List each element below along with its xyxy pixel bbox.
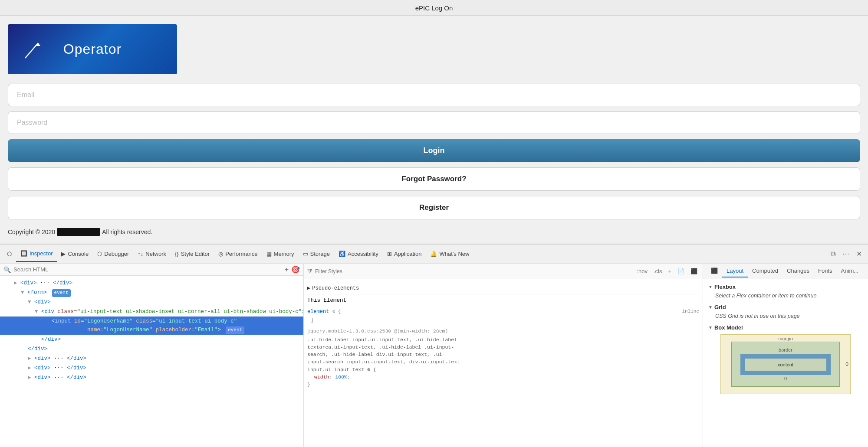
filter-icon: ⧩ xyxy=(307,268,312,275)
html-code-line: ▶ <div> ··· </div> xyxy=(0,354,303,363)
devtools-undock-button[interactable]: ⧉ xyxy=(827,248,839,260)
copyright-text: Copyright © 2020 All rights reserved. xyxy=(8,225,860,239)
devtools-tool-application[interactable]: ⊞ Application xyxy=(383,246,426,262)
devtools-tool-accessibility[interactable]: ♿ Accessibility xyxy=(334,246,383,262)
pseudo-arrow-icon: ▶ xyxy=(307,284,310,293)
devtools-tool-memory[interactable]: ▦ Memory xyxy=(262,246,299,262)
style-editor-icon: {} xyxy=(175,251,179,257)
box-model-border-value: 0 xyxy=(740,376,831,381)
element-rule: element ⚙ { inline xyxy=(307,307,699,316)
flexbox-section: ▼ Flexbox Select a Flex container or ite… xyxy=(708,284,863,299)
html-code-line: </div> xyxy=(0,344,303,354)
tab-animations[interactable]: Anim... xyxy=(837,265,863,277)
tab-computed[interactable]: Computed xyxy=(748,265,783,277)
html-search-input[interactable] xyxy=(13,266,282,273)
page-content: Operator Login Forgot Password? Register… xyxy=(0,16,868,244)
devtools-toolbar: ⬡ 🔲 Inspector ▶ Console ⬡ Debugger ↑↓ Ne… xyxy=(0,245,868,264)
css-source-reference: jquery.mobile-1.3.0.css:2530 @(min-width… xyxy=(307,327,699,388)
debugger-icon: ⬡ xyxy=(97,251,102,257)
devtools-tool-whats-new[interactable]: 🔔 What's New xyxy=(426,246,473,262)
console-icon: ▶ xyxy=(61,251,66,257)
html-search-bar: 🔍 + 🎯 xyxy=(0,264,303,276)
layout-box-icon: ⬛ xyxy=(711,268,718,274)
box-model-padding: content xyxy=(740,354,831,375)
devtools-body: 🔍 + 🎯 ▶ <div> ··· </div> ▼ <form> event … xyxy=(0,264,868,447)
html-panel: 🔍 + 🎯 ▶ <div> ··· </div> ▼ <form> event … xyxy=(0,264,304,447)
css-panel: ⧩ :hov .cls + 📄 ⬛ ▶ Pseudo-elements This… xyxy=(304,264,703,447)
css-hov-button[interactable]: :hov xyxy=(635,267,649,275)
box-model-content: content xyxy=(745,359,826,371)
pseudo-elements-toggle[interactable]: ▶ Pseudo-elements xyxy=(307,283,699,294)
performance-icon: ◎ xyxy=(218,251,223,257)
picker-icon: ⬡ xyxy=(7,251,12,257)
devtools-tool-debugger[interactable]: ⬡ Debugger xyxy=(93,246,133,262)
html-code-line: ▶ <div> ··· </div> xyxy=(0,278,303,288)
devtools-tool-style-editor[interactable]: {} Style Editor xyxy=(171,246,214,262)
tab-layout-icon[interactable]: ⬛ xyxy=(707,265,722,277)
flexbox-section-title[interactable]: ▼ Flexbox xyxy=(708,284,863,290)
devtools-close-button[interactable]: ✕ xyxy=(853,248,865,260)
devtools-tool-network[interactable]: ↑↓ Network xyxy=(133,246,171,262)
layout-tabs: ⬛ Layout Computed Changes Fonts Anim... xyxy=(703,264,868,279)
register-button[interactable]: Register xyxy=(8,196,860,219)
pick-element-button[interactable]: 🎯 xyxy=(291,265,300,274)
html-code-line: ▼ <div> xyxy=(0,297,303,307)
devtools-panel: ⬡ 🔲 Inspector ▶ Console ⬡ Debugger ↑↓ Ne… xyxy=(0,244,868,447)
logo-container: Operator xyxy=(8,24,177,74)
search-magnifier-icon: 🔍 xyxy=(3,266,11,273)
tab-fonts[interactable]: Fonts xyxy=(814,265,837,277)
flexbox-section-body: Select a Flex container or item to conti… xyxy=(708,293,863,299)
html-code-panel: ▶ <div> ··· </div> ▼ <form> event ▼ <div… xyxy=(0,276,303,447)
network-icon: ↑↓ xyxy=(138,251,143,257)
css-source-button[interactable]: 📄 xyxy=(676,267,686,275)
email-input[interactable] xyxy=(8,84,860,106)
box-model-border-label: border xyxy=(740,347,831,352)
devtools-tool-storage[interactable]: ▭ Storage xyxy=(299,246,335,262)
copyright-redacted xyxy=(57,228,100,236)
flexbox-arrow-icon: ▼ xyxy=(708,284,713,289)
layout-content: ▼ Flexbox Select a Flex container or ite… xyxy=(703,279,868,447)
grid-section: ▼ Grid CSS Grid is not in use on this pa… xyxy=(708,304,863,319)
devtools-more-button[interactable]: ⋯ xyxy=(839,248,853,260)
box-model-margin: margin 0 border content xyxy=(720,334,851,394)
page-title: ePIC Log On xyxy=(415,4,453,12)
css-cls-button[interactable]: .cls xyxy=(652,267,664,275)
add-node-button[interactable]: + xyxy=(285,266,289,274)
tab-layout[interactable]: Layout xyxy=(722,265,748,277)
css-layout-box-button[interactable]: ⬛ xyxy=(689,267,699,275)
grid-arrow-icon: ▼ xyxy=(708,305,713,310)
box-model-section: ▼ Box Model margin 0 xyxy=(708,324,863,394)
logo-arrow-icon xyxy=(21,36,47,62)
grid-section-body: CSS Grid is not in use on this page xyxy=(708,313,863,319)
tab-changes[interactable]: Changes xyxy=(783,265,814,277)
box-model-arrow-icon: ▼ xyxy=(708,325,713,330)
box-model-margin-label: margin xyxy=(778,336,793,341)
storage-icon: ▭ xyxy=(303,251,308,257)
css-toolbar: ⧩ :hov .cls + 📄 ⬛ xyxy=(304,264,703,279)
layout-panel: ⬛ Layout Computed Changes Fonts Anim... xyxy=(703,264,868,447)
password-input[interactable] xyxy=(8,111,860,134)
logo-text: Operator xyxy=(63,41,122,57)
grid-section-title[interactable]: ▼ Grid xyxy=(708,304,863,310)
application-icon: ⊞ xyxy=(387,251,392,257)
element-rule-close: } xyxy=(311,316,699,325)
html-code-line: </div> xyxy=(0,335,303,344)
title-bar: ePIC Log On xyxy=(0,0,868,16)
html-code-line: ▶ <div> ··· </div> xyxy=(0,373,303,382)
forgot-password-button[interactable]: Forgot Password? xyxy=(8,167,860,191)
filter-styles-input[interactable] xyxy=(315,268,632,274)
box-model-margin-value-right: 0 xyxy=(845,361,848,367)
devtools-tool-inspector[interactable]: 🔲 Inspector xyxy=(16,246,57,262)
css-content: ▶ Pseudo-elements This Element element ⚙… xyxy=(304,279,703,447)
devtools-tool-console[interactable]: ▶ Console xyxy=(57,246,93,262)
devtools-tool-performance[interactable]: ◎ Performance xyxy=(214,246,262,262)
box-model-section-title[interactable]: ▼ Box Model xyxy=(708,324,863,331)
box-model-border: border content 0 xyxy=(731,342,840,387)
html-code-line-selected[interactable]: <input id="LogonUserName" class="ui-inpu… xyxy=(0,316,303,335)
accessibility-icon: ♿ xyxy=(339,251,345,257)
whats-new-icon: 🔔 xyxy=(430,251,437,257)
css-add-rule-button[interactable]: + xyxy=(666,267,673,275)
devtools-tool-picker[interactable]: ⬡ xyxy=(3,246,16,262)
login-button[interactable]: Login xyxy=(8,139,860,162)
inspector-icon: 🔲 xyxy=(20,250,27,257)
